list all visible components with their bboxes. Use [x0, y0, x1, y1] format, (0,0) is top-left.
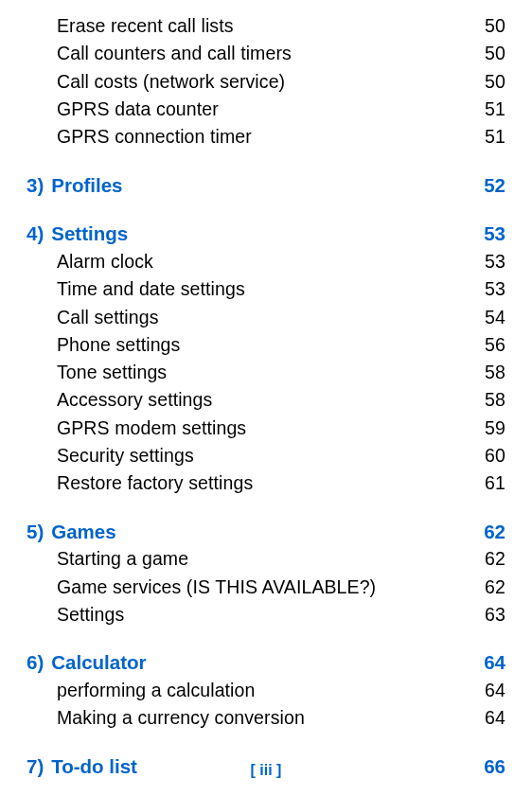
toc-sub-label: GPRS modem settings: [57, 416, 246, 440]
toc-sub-label: Settings: [57, 602, 124, 627]
toc-sub-entry[interactable]: Erase recent call lists50: [57, 13, 505, 38]
toc-sub-label: Erase recent call lists: [57, 13, 234, 38]
toc-sub-page: 54: [485, 305, 505, 329]
toc-sub-entry[interactable]: Call settings54: [57, 305, 505, 329]
toc-chapter-title: Calculator: [51, 649, 146, 676]
toc-sub-entry[interactable]: Settings63: [57, 602, 505, 627]
toc-chapter-entry[interactable]: 5)Games62: [27, 519, 505, 545]
toc-sub-page: 58: [485, 360, 505, 384]
toc-chapter-page: 64: [484, 649, 505, 676]
toc-sub-group: Alarm clock53Time and date settings53Cal…: [27, 249, 505, 496]
toc-chapter-title-wrap: Games62: [51, 519, 505, 545]
toc-sub-entry[interactable]: GPRS connection timer51: [57, 124, 505, 149]
toc-chapter-number: 4): [27, 221, 44, 247]
toc-sub-label: Restore factory settings: [57, 470, 253, 495]
toc-sub-page: 56: [485, 332, 505, 357]
toc-sub-label: Making a currency conversion: [57, 705, 305, 730]
toc-sub-label: Starting a game: [57, 546, 188, 571]
toc-sub-page: 61: [485, 470, 505, 495]
toc-sub-page: 59: [485, 416, 505, 440]
toc-sub-entry[interactable]: Restore factory settings61: [57, 470, 505, 495]
toc-sub-page: 53: [485, 249, 505, 274]
toc-sub-label: Game services (IS THIS AVAILABLE?): [57, 575, 376, 599]
toc-sub-label: Accessory settings: [57, 387, 212, 412]
toc-chapter-number: 6): [27, 649, 44, 676]
toc-chapter-entry[interactable]: 4)Settings53: [27, 221, 505, 247]
toc-sub-page: 50: [485, 69, 505, 94]
toc-sub-entry[interactable]: Accessory settings58: [57, 387, 505, 412]
toc-sub-label: Time and date settings: [57, 276, 245, 301]
toc-sub-label: Call costs (network service): [57, 69, 285, 94]
toc-chapter-page: 53: [484, 221, 505, 247]
toc-chapter-title-wrap: Calculator64: [51, 649, 505, 676]
toc-sub-page: 60: [485, 443, 505, 468]
toc-sub-label: Phone settings: [57, 332, 180, 357]
toc-sub-entry[interactable]: Alarm clock53: [57, 249, 505, 274]
toc-sub-entry[interactable]: Call costs (network service)50: [57, 69, 505, 94]
toc-sub-entry[interactable]: Starting a game62: [57, 546, 505, 571]
toc-sub-page: 63: [485, 602, 505, 627]
toc-chapter-entry[interactable]: 6)Calculator64: [27, 649, 505, 676]
toc-sub-label: Security settings: [57, 443, 194, 468]
toc-sub-label: Tone settings: [57, 360, 167, 384]
toc-sub-entry[interactable]: Making a currency conversion64: [57, 705, 505, 730]
toc-chapter-title-wrap: Settings53: [51, 221, 505, 247]
toc-sub-page: 50: [485, 13, 505, 38]
toc-sub-page: 64: [485, 705, 505, 730]
toc-sub-page: 53: [485, 276, 505, 301]
toc-chapter-number: 5): [27, 519, 44, 545]
toc-sub-entry[interactable]: Call counters and call timers50: [57, 41, 505, 65]
toc-sub-label: GPRS data counter: [57, 97, 219, 121]
toc-sub-page: 50: [485, 41, 505, 65]
toc-sub-entry[interactable]: GPRS modem settings59: [57, 416, 505, 440]
toc-container: Erase recent call lists50Call counters a…: [27, 13, 505, 779]
toc-sub-page: 58: [485, 387, 505, 412]
toc-sub-label: GPRS connection timer: [57, 124, 252, 149]
toc-chapter-entry[interactable]: 3)Profiles52: [27, 172, 505, 199]
toc-sub-entry[interactable]: GPRS data counter51: [57, 97, 505, 121]
toc-chapter-page: 62: [484, 519, 505, 545]
toc-sub-entry[interactable]: performing a calculation64: [57, 678, 505, 702]
toc-sub-label: performing a calculation: [57, 678, 255, 702]
toc-sub-group: performing a calculation64Making a curre…: [27, 678, 505, 731]
toc-sub-label: Alarm clock: [57, 249, 153, 274]
toc-chapter-title: Profiles: [51, 172, 122, 199]
page-footer: [ iii ]: [0, 762, 532, 779]
toc-sub-group: Starting a game62Game services (IS THIS …: [27, 546, 505, 627]
toc-chapter-title: Settings: [51, 221, 128, 247]
toc-chapter-number: 3): [27, 172, 44, 199]
toc-sub-entry[interactable]: Time and date settings53: [57, 276, 505, 301]
toc-sub-page: 62: [485, 546, 505, 571]
toc-sub-entry[interactable]: Security settings60: [57, 443, 505, 468]
toc-sub-label: Call settings: [57, 305, 159, 329]
toc-sub-page: 51: [485, 124, 505, 149]
toc-chapter-page: 52: [484, 172, 505, 199]
toc-sub-page: 62: [485, 575, 505, 599]
toc-sub-entry[interactable]: Tone settings58: [57, 360, 505, 384]
toc-chapter-title: Games: [51, 519, 115, 545]
toc-sub-page: 64: [485, 678, 505, 702]
toc-sub-entry[interactable]: Phone settings56: [57, 332, 505, 357]
toc-sub-label: Call counters and call timers: [57, 41, 292, 65]
toc-chapter-title-wrap: Profiles52: [51, 172, 505, 199]
toc-sub-entry[interactable]: Game services (IS THIS AVAILABLE?)62: [57, 575, 505, 599]
toc-sub-page: 51: [485, 97, 505, 121]
